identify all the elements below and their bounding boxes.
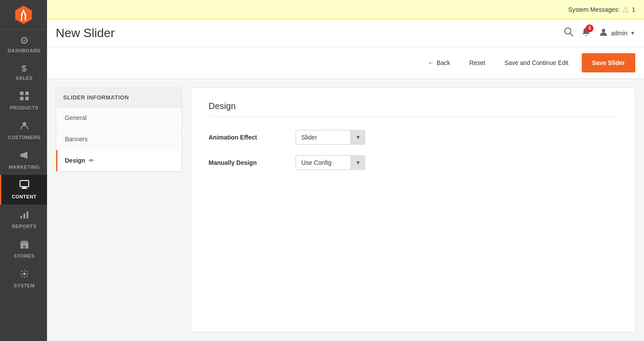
sidebar-item-label: REPORTS [12,224,37,229]
sidebar-item-label: SALES [16,75,33,81]
nav-item-design[interactable]: Design ✏ [56,150,182,171]
svg-rect-9 [20,216,22,218]
manually-design-label: Manually Design [209,159,287,166]
dashboard-icon: ⊙ [20,35,28,46]
design-section-title: Design [209,101,617,117]
sidebar-item-label: CONTENT [12,194,37,199]
sidebar-item-content[interactable]: CONTENT [0,175,47,205]
content-icon [20,180,29,192]
sidebar-item-system[interactable]: SYSTEM [0,264,47,293]
sidebar-item-label: DASHBOARD [8,48,41,53]
sidebar-item-label: MARKETING [9,164,40,170]
save-slider-button[interactable]: Save Slider [582,53,636,72]
notifications-count: 3 [586,24,593,32]
admin-user-menu[interactable]: admin ▼ [599,27,635,39]
system-message-content: System Messages: ⚠ 1 [568,5,635,14]
marketing-icon [20,150,29,163]
svg-rect-1 [25,92,29,95]
back-button[interactable]: ← Back [422,55,456,71]
page-title: New Slider [56,26,115,40]
svg-rect-8 [23,187,26,188]
admin-avatar-icon [599,27,608,39]
sidebar-item-sales[interactable]: $ SALES [0,58,47,86]
manually-design-row: Manually Design Use Config Yes No ▼ [209,155,617,170]
system-message-count: 1 [632,6,635,13]
action-bar: ← Back Reset Save and Continue Edit Save… [47,47,644,79]
nav-item-banners[interactable]: Banners [56,129,182,150]
svg-rect-13 [23,245,26,249]
products-icon [20,91,29,103]
right-panel: Design Animation Effect Slider Fade Zoom… [191,88,635,332]
save-continue-button[interactable]: Save and Continue Edit [498,55,574,71]
admin-name: admin [611,30,627,37]
left-panel: SLIDER INFORMATION General Banners Desig… [56,88,182,332]
system-message-bar: System Messages: ⚠ 1 [47,0,644,19]
svg-rect-5 [20,154,22,157]
svg-rect-11 [27,211,28,218]
sidebar-item-label: STORES [13,253,34,259]
animation-effect-select[interactable]: Slider Fade Zoom [296,130,365,145]
animation-effect-select-wrapper: Slider Fade Zoom ▼ [296,130,365,145]
sidebar-item-stores[interactable]: STORES [0,234,47,264]
svg-rect-10 [24,214,25,218]
sidebar-item-marketing[interactable]: MARKETING [0,145,47,175]
slider-info-header: SLIDER INFORMATION [56,88,182,107]
admin-chevron-icon: ▼ [630,30,635,36]
nav-item-design-label: Design [65,157,85,164]
system-icon [20,269,29,281]
sidebar-item-label: PRODUCTS [10,105,39,110]
back-arrow-icon: ← [428,59,434,66]
header-bar: New Slider 3 admin ▼ [47,19,644,47]
animation-effect-row: Animation Effect Slider Fade Zoom ▼ [209,130,617,145]
reports-icon [20,210,29,222]
main-content: System Messages: ⚠ 1 New Slider 3 admin [47,0,644,341]
customers-icon [20,121,29,133]
header-actions: 3 admin ▼ [564,27,635,39]
sidebar-item-reports[interactable]: REPORTS [0,205,47,234]
search-icon[interactable] [564,27,573,39]
nav-item-general[interactable]: General [56,107,182,129]
svg-point-17 [602,29,605,32]
svg-point-15 [565,28,571,34]
svg-point-4 [23,122,26,126]
sidebar-item-customers[interactable]: CUSTOMERS [0,116,47,145]
svg-point-14 [23,273,26,275]
manually-design-select[interactable]: Use Config Yes No [296,155,365,170]
animation-effect-label: Animation Effect [209,134,287,141]
stores-icon [20,239,29,252]
sidebar-item-label: CUSTOMERS [8,135,40,140]
svg-rect-2 [20,97,24,100]
svg-rect-0 [20,92,24,95]
svg-line-16 [570,33,573,36]
system-messages-label: System Messages: [568,6,620,13]
slider-info-panel: SLIDER INFORMATION General Banners Desig… [56,88,182,172]
sidebar-item-label: SYSTEM [13,283,34,288]
sidebar: ⊙ DASHBOARD $ SALES PRODUCTS CUSTOMERS M… [0,0,47,341]
reset-button[interactable]: Reset [463,55,492,71]
warning-icon: ⚠ [622,5,629,14]
manually-design-select-wrapper: Use Config Yes No ▼ [296,155,365,170]
sidebar-item-dashboard[interactable]: ⊙ DASHBOARD [0,30,47,58]
sidebar-item-products[interactable]: PRODUCTS [0,86,47,116]
logo[interactable] [0,0,47,30]
svg-rect-3 [25,97,29,100]
svg-rect-7 [21,188,27,189]
sales-icon: $ [22,64,27,74]
edit-pencil-icon: ✏ [89,157,94,164]
content-area: SLIDER INFORMATION General Banners Desig… [47,79,644,341]
notifications-bell[interactable]: 3 [581,27,591,39]
svg-rect-6 [20,181,29,187]
